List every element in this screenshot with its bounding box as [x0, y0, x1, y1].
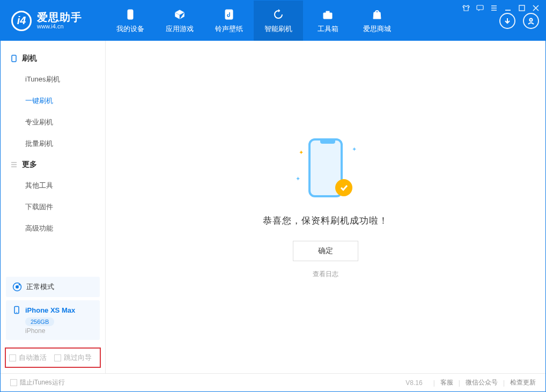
body: 刷机 iTunes刷机 一键刷机 专业刷机 批量刷机 更多 其他工具 下载固件 … [1, 41, 545, 373]
version-label: V8.16 [405, 379, 422, 387]
sparkle-icon: ✦ [352, 146, 357, 153]
maximize-icon[interactable] [518, 4, 526, 12]
feedback-icon[interactable] [476, 4, 484, 12]
music-icon [223, 8, 235, 21]
refresh-icon [272, 8, 285, 21]
check-badge-icon [335, 179, 352, 196]
sidebar-item-other-tools[interactable]: 其他工具 [1, 175, 105, 196]
bag-icon [371, 8, 383, 21]
sidebar: 刷机 iTunes刷机 一键刷机 专业刷机 批量刷机 更多 其他工具 下载固件 … [1, 41, 106, 373]
svg-point-10 [19, 284, 20, 286]
device-storage-badge: 256GB [25, 317, 54, 326]
tab-apps[interactable]: 应用游戏 [155, 1, 204, 41]
app-subtitle: www.i4.cn [37, 23, 82, 29]
phone-icon [124, 8, 137, 21]
tab-label: 我的设备 [116, 24, 144, 34]
status-icon [12, 282, 22, 292]
device-mode-status[interactable]: 正常模式 [6, 277, 100, 297]
sidebar-group-more: 更多 [1, 154, 105, 175]
logo: i4 爱思助手 www.i4.cn [11, 1, 106, 41]
svg-rect-7 [12, 55, 16, 62]
tab-label: 工具箱 [318, 24, 338, 34]
svg-rect-1 [519, 5, 525, 11]
minimize-icon[interactable] [504, 4, 512, 12]
svg-point-9 [16, 285, 19, 289]
footer: 阻止iTunes运行 V8.16 | 客服 | 微信公众号 | 检查更新 [1, 373, 545, 391]
view-log-link[interactable]: 查看日志 [313, 270, 338, 279]
wechat-link[interactable]: 微信公众号 [466, 378, 498, 387]
svg-point-12 [16, 312, 17, 313]
sparkle-icon: ✦ [299, 149, 304, 156]
success-message: 恭喜您，保资料刷机成功啦！ [263, 215, 388, 227]
sidebar-item-oneclick-flash[interactable]: 一键刷机 [1, 90, 105, 112]
highlighted-options-box: 自动激活 跳过向导 [5, 347, 101, 368]
tab-label: 爱思商城 [363, 24, 391, 34]
tab-ringtone[interactable]: 铃声壁纸 [204, 1, 254, 41]
checkbox-auto-activate[interactable]: 自动激活 [9, 353, 47, 363]
tab-label: 铃声壁纸 [215, 24, 243, 34]
device-name: iPhone XS Max [25, 306, 75, 314]
svg-rect-4 [323, 13, 332, 19]
sidebar-item-advanced[interactable]: 高级功能 [1, 218, 105, 239]
logo-icon: i4 [11, 11, 32, 31]
check-update-link[interactable]: 检查更新 [510, 378, 536, 387]
main-content: ✦ ✦ ✦ 恭喜您，保资料刷机成功啦！ 确定 查看日志 [106, 41, 545, 373]
download-button[interactable] [499, 13, 515, 29]
app-title: 爱思助手 [37, 11, 82, 23]
svg-rect-5 [326, 11, 329, 13]
checkbox-icon [10, 379, 17, 386]
support-link[interactable]: 客服 [440, 378, 453, 387]
svg-rect-2 [128, 10, 133, 19]
tab-label: 应用游戏 [166, 24, 194, 34]
tshirt-icon[interactable] [462, 4, 470, 12]
checkbox-icon [54, 354, 61, 361]
sidebar-item-pro-flash[interactable]: 专业刷机 [1, 112, 105, 133]
status-label: 正常模式 [26, 282, 54, 292]
nav-tabs: 我的设备 应用游戏 铃声壁纸 智能刷机 工具箱 爱思商城 [106, 1, 402, 41]
ok-button[interactable]: 确定 [293, 241, 358, 261]
phone-small-icon [12, 306, 21, 314]
sidebar-group-flash: 刷机 [1, 48, 105, 69]
menu-icon[interactable] [490, 4, 498, 12]
device-card[interactable]: iPhone XS Max 256GB iPhone [6, 300, 100, 340]
svg-rect-0 [477, 5, 483, 10]
sidebar-item-itunes-flash[interactable]: iTunes刷机 [1, 69, 105, 90]
sparkle-icon: ✦ [296, 175, 300, 182]
app-window: i4 爱思助手 www.i4.cn 我的设备 应用游戏 铃声壁纸 智能刷机 [0, 0, 546, 392]
list-icon [10, 161, 18, 168]
tab-toolbox[interactable]: 工具箱 [303, 1, 352, 41]
tab-flash[interactable]: 智能刷机 [254, 1, 303, 41]
svg-point-6 [530, 18, 533, 21]
tab-label: 智能刷机 [264, 24, 292, 34]
window-controls [462, 4, 540, 12]
device-type: iPhone [25, 327, 93, 335]
checkbox-block-itunes[interactable]: 阻止iTunes运行 [10, 378, 65, 387]
sidebar-item-batch-flash[interactable]: 批量刷机 [1, 133, 105, 154]
toolbox-icon [321, 8, 334, 21]
success-illustration: ✦ ✦ ✦ [293, 135, 358, 205]
tab-store[interactable]: 爱思商城 [352, 1, 402, 41]
sidebar-item-download-firmware[interactable]: 下载固件 [1, 196, 105, 218]
svg-rect-3 [225, 10, 233, 19]
device-icon [10, 55, 18, 62]
cube-icon [173, 8, 186, 21]
checkbox-skip-guide[interactable]: 跳过向导 [54, 353, 92, 363]
account-button[interactable] [523, 13, 539, 29]
checkbox-icon [9, 354, 16, 361]
tab-my-device[interactable]: 我的设备 [106, 1, 155, 41]
close-icon[interactable] [532, 4, 540, 12]
